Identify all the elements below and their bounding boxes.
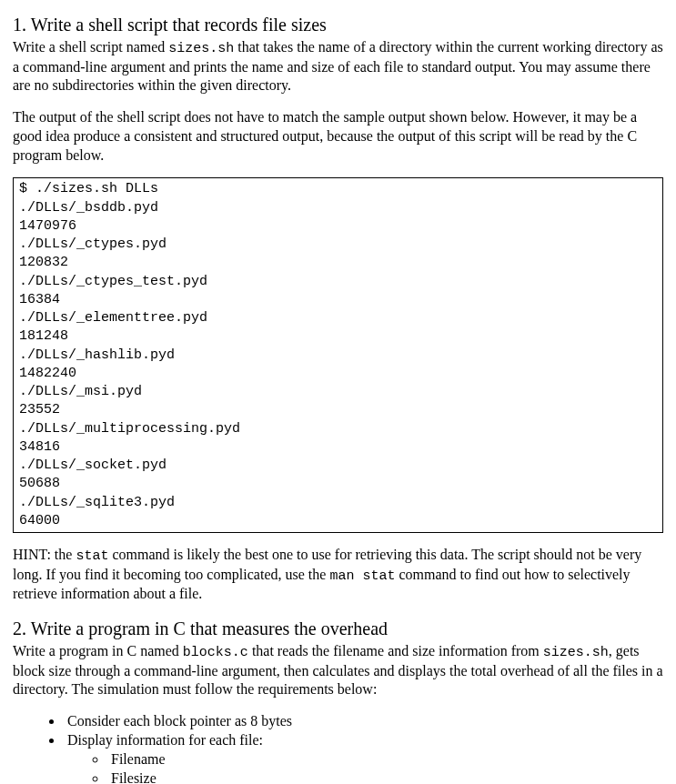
code-block-sample-output: $ ./sizes.sh DLLs ./DLLs/_bsddb.pyd 1470… [13, 177, 663, 533]
code-man-stat: man stat [329, 568, 395, 584]
section1-intro: Write a shell script named sizes.sh that… [13, 38, 663, 95]
list-item-label: Display information for each file: [67, 732, 263, 748]
section1-hint: HINT: the stat command is likely the bes… [13, 546, 663, 604]
text: Write a program in C named [13, 643, 183, 658]
section2-intro: Write a program in C named blocks.c that… [13, 642, 663, 699]
section1-heading: 1. Write a shell script that records fil… [13, 13, 663, 36]
text: Write a shell script named [13, 39, 168, 55]
file-info-sublist: Filename Filesize Number of blocks (numb… [67, 750, 663, 784]
section2-heading: 2. Write a program in C that measures th… [13, 617, 663, 640]
list-item: Consider each block pointer as 8 bytes [64, 712, 663, 731]
code-sizes-sh: sizes.sh [168, 41, 234, 56]
code-stat: stat [76, 548, 108, 564]
text: that reads the filename and size informa… [248, 643, 543, 658]
requirements-list: Consider each block pointer as 8 bytes D… [13, 712, 663, 784]
section1-para2: The output of the shell script does not … [13, 108, 663, 165]
list-item: Filesize [107, 769, 663, 784]
code-sizes-sh-2: sizes.sh [543, 645, 609, 660]
list-item: Display information for each file: Filen… [64, 731, 663, 784]
list-item: Filename [107, 750, 663, 769]
text: HINT: the [13, 547, 76, 562]
code-blocks-c: blocks.c [183, 645, 248, 660]
